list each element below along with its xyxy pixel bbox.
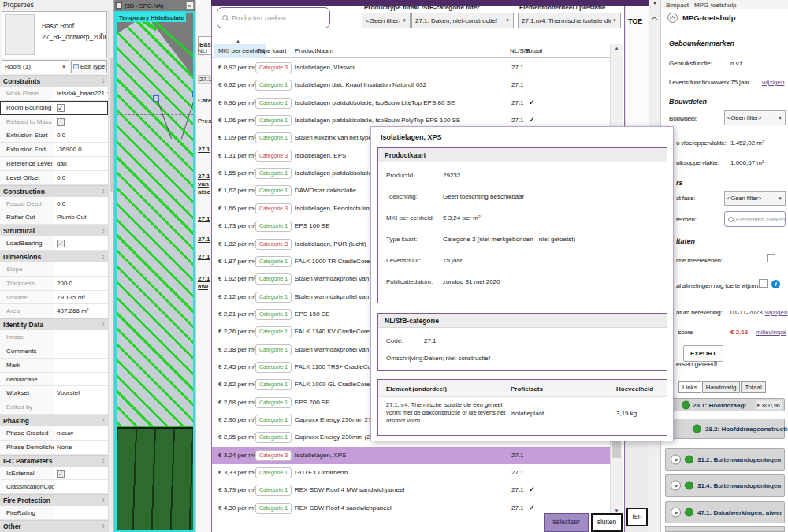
properties-section-header[interactable]: IFC Parameters↕: [0, 455, 108, 467]
result-row[interactable]: 47.1: Dakafwerkingen; afwerkingen: [665, 501, 785, 523]
type-selector[interactable]: Basic Roof 27_RF_ontwerp_200mm ▼: [2, 11, 107, 58]
model-canvas[interactable]: Temporary Hide/Isolate: [114, 11, 195, 532]
product-row[interactable]: € 3,24 per m²Categorie 3Isolatielagen, X…: [212, 447, 610, 464]
element-filter-select[interactable]: Roofs (1) ▼: [2, 60, 69, 73]
result-row-partial[interactable]: [665, 526, 785, 532]
property-value[interactable]: -36900.0: [54, 143, 108, 156]
sluiten-button[interactable]: sluiten: [591, 513, 623, 532]
properties-section-header[interactable]: Identity Data↕: [0, 318, 108, 330]
property-value[interactable]: None: [54, 441, 108, 454]
section-collapse-icon[interactable]: ↕: [102, 497, 105, 506]
property-value[interactable]: [54, 330, 108, 344]
property-value[interactable]: [54, 373, 108, 386]
property-value[interactable]: 0.0: [54, 197, 108, 210]
properties-section-header[interactable]: Fire Protection↕: [0, 494, 108, 506]
elementen-search-input[interactable]: Elementen zoeken...: [724, 211, 786, 227]
section-collapse-icon[interactable]: ↕: [102, 77, 105, 87]
collapse-circle-icon[interactable]: [667, 13, 678, 23]
bouwdeel-select[interactable]: <Geen filter> ▼: [724, 110, 786, 125]
product-row[interactable]: € 0,92 per m²Categorie 3Isolatielagen, V…: [212, 59, 610, 76]
property-value[interactable]: [54, 400, 108, 414]
section-collapse-icon[interactable]: ↕: [102, 417, 105, 426]
sluiten-button-fragment[interactable]: ten: [626, 508, 648, 526]
properties-section-header[interactable]: Other↕: [0, 520, 108, 532]
dialog-title-bar[interactable]: [211, 0, 649, 6]
wijzigen-link[interactable]: wijzigen: [765, 309, 787, 316]
properties-section-header[interactable]: Structural↕: [0, 225, 108, 236]
edit-type-button[interactable]: Edit Type: [71, 60, 107, 73]
product-row[interactable]: € 3,79 per m²Categorie 1REX SDW Roof 4 M…: [212, 482, 610, 499]
section-collapse-icon[interactable]: ↕: [102, 227, 105, 236]
tab-links[interactable]: Links: [678, 381, 701, 393]
tab-handmatig[interactable]: Handmatig: [702, 381, 741, 393]
afmetingen-checkbox[interactable]: [759, 279, 768, 288]
milieuimpact-link[interactable]: milieuimpa: [756, 329, 786, 336]
hide-isolate-badge[interactable]: Temporary Hide/Isolate: [117, 13, 186, 22]
property-value[interactable]: 0.0: [54, 128, 108, 142]
close-icon[interactable]: ✕: [186, 2, 194, 9]
meerekenen-checkbox[interactable]: [767, 254, 775, 262]
property-value[interactable]: 0.0: [54, 171, 108, 184]
property-value[interactable]: ✓: [54, 101, 108, 114]
property-value[interactable]: 200.0: [54, 277, 108, 290]
section-collapse-icon[interactable]: ↕: [102, 523, 105, 532]
scrollbar-thumb[interactable]: [110, 58, 113, 192]
section-collapse-icon[interactable]: ↕: [102, 457, 105, 467]
property-value[interactable]: ✓: [54, 236, 108, 250]
property-value[interactable]: [54, 115, 108, 128]
search-input[interactable]: Producten zoeken...: [217, 7, 330, 28]
chevron-down-icon[interactable]: [671, 508, 681, 518]
property-value[interactable]: [54, 262, 108, 276]
view-tab-label[interactable]: {3D - SPO.NA}: [125, 2, 164, 9]
export-button[interactable]: EXPORT: [683, 345, 723, 362]
elementonderdeel-filter-select[interactable]: 27.1.nr4: Thermische isolatie die één ge…: [518, 13, 621, 28]
wijzigen-link[interactable]: wijzigen: [762, 79, 784, 86]
projectfase-select[interactable]: <Geen filter> ▼: [724, 191, 786, 206]
result-row[interactable]: 28.2: Hoofddraagconstructies; wanden en.…: [665, 419, 785, 439]
property-value[interactable]: dak: [54, 157, 108, 170]
properties-section-header[interactable]: Phasing↕: [0, 415, 108, 426]
property-value[interactable]: [54, 506, 108, 519]
nlsfb-filter-select[interactable]: 27.1: Daken; niet-constructief ▼: [411, 13, 514, 28]
section-collapse-icon[interactable]: ↕: [102, 321, 105, 330]
properties-section-header[interactable]: Dimensions↕: [0, 251, 108, 262]
checkbox[interactable]: ✓: [57, 240, 65, 247]
column-header-productnaam[interactable]: ProductNaam: [295, 47, 333, 54]
section-collapse-icon[interactable]: ↕: [102, 253, 105, 262]
properties-section-header[interactable]: Construction↕: [0, 185, 108, 197]
product-row[interactable]: € 3,33 per m²Categorie 1GUTEX Ultratherm…: [212, 464, 610, 482]
property-value[interactable]: [54, 344, 108, 358]
property-value[interactable]: nieuw: [54, 426, 108, 440]
result-row[interactable]: 31.2: Buitenwandopeningen; gevuld met...: [665, 448, 785, 471]
section-collapse-icon[interactable]: ↕: [102, 188, 105, 197]
voeg-toe-button-fragment[interactable]: TOE: [628, 17, 642, 25]
column-header-typekaart[interactable]: Type kaart: [257, 47, 286, 54]
product-row[interactable]: € 0,92 per m²Categorie 1Isolatielagen da…: [212, 76, 610, 94]
property-value[interactable]: Plumb Cut: [54, 210, 108, 224]
producttype-filter-select[interactable]: <Geen filter> ▼: [362, 13, 411, 28]
checkbox[interactable]: ✓: [57, 104, 65, 112]
property-value[interactable]: Voorstel: [54, 386, 108, 400]
column-header-totaal[interactable]: Totaal: [526, 47, 542, 54]
property-value[interactable]: [54, 359, 108, 372]
checkbox[interactable]: [57, 118, 65, 126]
collapse-up-icon[interactable]: [652, 17, 657, 22]
tab-totaal[interactable]: Totaal: [741, 381, 765, 393]
product-row[interactable]: € 0,96 per m²Categorie 1Isolatielagen pl…: [212, 95, 610, 112]
chevron-down-icon[interactable]: [671, 481, 681, 491]
checkbox[interactable]: ✓: [57, 470, 65, 478]
info-icon[interactable]: i: [771, 280, 780, 288]
scroll-up-icon[interactable]: ▲: [611, 46, 623, 50]
properties-scrollbar[interactable]: [108, 10, 113, 532]
property-value[interactable]: [54, 480, 108, 493]
property-value[interactable]: 79.135 m³: [54, 291, 108, 304]
property-value[interactable]: 407.266 m²: [54, 304, 108, 318]
result-row[interactable]: 31.4: Buitenwandopeningen; gevuld met p.…: [665, 474, 785, 497]
chevron-down-icon[interactable]: [671, 455, 681, 465]
property-value[interactable]: ✓: [54, 467, 108, 480]
properties-section-header[interactable]: Constraints↕: [0, 75, 108, 87]
chevron-down-icon[interactable]: ▼: [99, 32, 104, 37]
result-row[interactable]: 28.1: Hoofddraagconstructies;...€ 800,96: [665, 398, 785, 411]
property-value[interactable]: felsdak_baan221 : fels...: [54, 87, 108, 100]
selecteer-button[interactable]: selecteer: [544, 513, 589, 532]
